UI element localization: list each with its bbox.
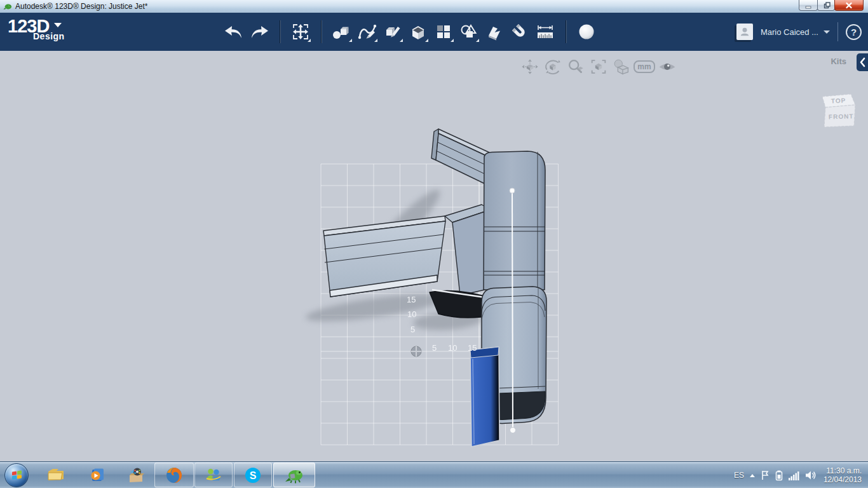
media-player-icon [88,467,105,484]
sketch-button[interactable] [355,17,380,46]
viewcube-front-label[interactable]: FRONT [829,112,854,120]
minimize-icon [804,1,813,9]
toolbar-separator [280,20,280,43]
skype-letter: S [250,470,257,480]
action-center-flag-icon[interactable] [761,470,770,480]
transform-move-button[interactable] [288,17,313,46]
taskbar: S ES 11:30 a.m. 12/04/2013 [0,461,868,488]
network-signal-icon[interactable] [789,471,799,480]
axis-label: 15 [468,343,477,353]
transform-move-icon [290,22,311,42]
volume-icon[interactable] [805,470,817,480]
units-label: mm [634,60,654,73]
view-cube[interactable]: TOP FRONT [815,86,859,132]
app-box-icon [127,467,145,484]
material-button[interactable] [574,17,599,46]
restore-button[interactable] [817,0,835,11]
visibility-eye-icon[interactable] [656,57,679,77]
pan-icon[interactable] [519,57,541,77]
restore-icon [822,1,831,10]
axis-label: 10 [407,309,416,319]
combine-icon [459,22,479,41]
axis-label: 5 [410,325,415,334]
windows-flag-icon [10,470,23,482]
scene-canvas[interactable]: 15 10 5 5 10 15 [0,51,868,461]
model-fuselage-upper[interactable] [484,151,545,290]
person-icon [738,25,751,38]
units-mm-button[interactable]: mm [633,57,656,77]
user-avatar[interactable] [736,24,753,40]
taskbar-media-player[interactable] [86,465,107,485]
window-title: Autodesk® 123D® Design: Justice Jet* [15,2,147,11]
viewcube-top-label[interactable]: TOP [831,97,846,104]
tray-date: 12/04/2013 [824,475,862,484]
taskbar-firefox[interactable] [154,463,194,487]
taskbar-windows-explorer[interactable] [46,465,66,485]
taskbar-skype[interactable]: S [234,463,272,487]
modify-button[interactable] [380,17,405,46]
model-blue-part[interactable] [470,347,499,447]
axis-label: 5 [432,343,437,353]
toolbar-separator [566,20,566,43]
model-wing-left[interactable] [323,216,445,297]
skype-icon: S [244,466,262,484]
titlebar: Autodesk® 123D® Design: Justice Jet* [0,0,868,13]
origin-marker[interactable] [411,346,421,356]
snap-button[interactable] [482,17,507,46]
axis-label: 15 [407,295,416,304]
measure-button[interactable] [532,17,558,46]
battery-icon[interactable] [775,470,783,481]
modify-icon [383,22,403,41]
view-nav-toolbar: mm [519,57,679,77]
taskbar-messenger[interactable] [194,463,233,487]
construct-icon [408,22,428,41]
magnet-button[interactable] [507,17,532,46]
show-hidden-icons-button[interactable] [750,474,755,477]
taskbar-123d-design[interactable] [273,463,315,487]
sketch-icon [356,22,378,41]
snap-icon [484,22,505,41]
material-sphere-icon [577,22,596,41]
undo-button[interactable] [221,17,247,46]
language-indicator[interactable]: ES [734,471,744,480]
minimize-button[interactable] [799,0,818,11]
viewport-3d[interactable]: 15 10 5 5 10 15 [0,51,868,461]
close-button[interactable] [834,0,864,11]
caret-up-icon [750,474,755,477]
firefox-icon [165,466,184,485]
construct-button[interactable] [405,17,431,46]
combine-button[interactable] [456,17,482,46]
orbit-icon[interactable] [541,57,564,77]
kits-panel-label: Kits [831,57,846,66]
tray-time: 11:30 a.m. [824,466,862,475]
toolbar-separator [837,22,838,41]
chevron-down-icon [54,23,62,27]
magnet-icon [510,22,530,41]
help-button[interactable]: ? [846,24,862,40]
start-button[interactable] [4,463,29,487]
app-mascot-icon [284,466,304,484]
zoom-fit-icon[interactable] [587,57,610,77]
app-menu-button[interactable]: 123D Design [8,16,65,41]
user-menu-caret-icon[interactable] [824,30,830,34]
zoom-icon[interactable] [564,57,587,77]
tray-clock[interactable]: 11:30 a.m. 12/04/2013 [824,466,862,484]
user-name[interactable]: Mario Caiced ... [761,27,818,37]
taskbar-app-box[interactable] [126,465,146,485]
toolbar-separator [321,20,322,43]
chevron-left-icon [858,57,866,68]
undo-icon [223,24,245,40]
material-shading-icon[interactable] [610,57,633,77]
folder-icon [46,467,65,484]
app-mascot-icon [3,3,12,11]
app-toolbar: 123D Design [0,13,868,51]
primitives-button[interactable] [329,17,355,46]
kits-panel-toggle[interactable] [857,53,868,71]
measure-icon [534,22,557,41]
system-tray: ES 11:30 a.m. 12/04/2013 [734,462,868,488]
messenger-icon [205,466,222,484]
redo-button[interactable] [247,17,272,46]
primitives-icon [332,23,352,41]
pattern-button[interactable] [431,17,456,46]
axis-label: 10 [448,343,457,353]
